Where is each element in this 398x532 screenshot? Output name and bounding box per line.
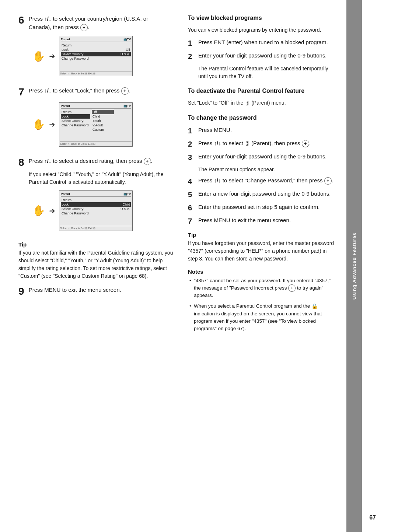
parent-icon-2: 🎛 [245,140,250,147]
step-8-subtext: If you select "Child," "Youth," or "Y.Ad… [29,171,173,186]
tip-right-title: Tip [188,232,335,238]
change-pw-step-6-text: Enter the password set in step 5 again t… [198,203,335,211]
tv-menu-return-6: Return [61,43,131,48]
hand-icon-6: ✋ [32,50,45,62]
section-view-blocked: To view blocked programs You can view bl… [188,15,335,80]
lock-icon-note: 🔒 [311,302,318,310]
tv-menu-country-7: Select Country: [61,119,90,123]
step-8-diagram: ✋ ➜ Parent 📺TV Return Lock:Child Select … [32,190,173,231]
section-deactivate-heading: To deactivate the Parental Control featu… [188,88,335,96]
tv-screen-7-footer: Select ↑↓ Back ⊕ Set ⊞ Exit ⊟ [60,141,132,146]
step-7-text: Press ↑/↓ to select "Lock," then press +… [29,87,130,95]
tv-menu-return-7: Return [61,110,90,114]
change-pw-step-2-num: 2 [188,139,198,149]
step-9-text: Press MENU to exit the menu screen. [29,286,121,294]
change-pw-step-5-num: 5 [188,190,198,199]
step-8-text: Press ↑/↓ to select a desired rating, th… [29,157,153,165]
step-6-diagram: ✋ ➜ Parent 📺TV Return Lock:Off Select Co… [32,36,173,76]
step-7-number: 7 [18,87,24,98]
tv-screen-6-tvlabel: 📺TV [123,38,131,41]
change-pw-step-6: 6 Enter the password set in step 5 again… [188,203,335,213]
tv-submenu-off: Off [92,110,114,114]
tip-left: Tip If you are not familiar with the Par… [18,241,173,280]
tv-menu-lock-6: Lock:Off [61,48,131,52]
tv-screen-6-footer: Select ↑↓ Back ⊕ Set ⊞ Exit ⊟ [60,71,132,75]
change-pw-step-1: 1 Press MENU. [188,126,335,136]
section-view-blocked-heading: To view blocked programs [188,15,335,23]
section-view-blocked-intro: You can view blocked programs by enterin… [188,26,335,34]
tv-menu-left-7: Return Lock: Select Country: Change Pass… [61,110,90,132]
step-9-number: 9 [18,286,24,297]
hand-icon-7: ✋ [32,118,45,130]
step-6-block: 6 Press ↑/↓ to select your country/regio… [18,15,173,76]
tv-screen-7-tvlabel: 📺TV [123,104,131,108]
view-blocked-step-2-text: Enter your four-digit password using the… [198,52,335,60]
change-pw-step-3-num: 3 [188,153,198,162]
step-7-block: 7 Press ↑/↓ to select "Lock," then press… [18,87,173,147]
tv-submenu-yadult: Y.Adult [92,123,114,127]
right-column: To view blocked programs You can view bl… [188,15,335,332]
view-blocked-step-1-text: Press ENT (enter) when tuned to a blocke… [198,38,335,47]
change-pw-step-4-text: Press ↑/↓ to select "Change Password," t… [198,176,335,185]
tv-screen-6-title: Parent [61,38,70,41]
tv-menu-lock-8: Lock:Child [61,202,131,207]
main-content: 6 Press ↑/↓ to select your country/regio… [0,0,346,532]
tv-submenu-child: Child [92,114,114,119]
tv-menu-country-6: Select Country:U.S.A. [61,52,131,56]
tv-screen-8-footer: Select ↑↓ Back ⊕ Set ⊞ Exit ⊟ [60,226,132,230]
change-pw-step-7-text: Press MENU to exit the menu screen. [198,216,335,225]
view-blocked-step-2: 2 Enter your four-digit password using t… [188,52,335,61]
change-pw-step-3-text: Enter your four-digit password using the… [198,153,335,161]
arrow-icon-8: ➜ [49,206,55,215]
view-blocked-step-2-subtext: The Parental Control feature will be can… [198,65,335,80]
sidebar-label: Using Advanced Features [352,232,357,300]
tv-menu-changepw-8: Change Password [61,211,131,216]
step-6-number: 6 [18,15,24,26]
step-6-text: Press ↑/↓ to select your country/region … [29,15,169,31]
tv-screen-8: Parent 📺TV Return Lock:Child Select Coun… [59,190,133,231]
tv-screen-7: Parent 📺TV Return Lock: Select Country: … [59,102,133,147]
change-pw-step-2-text: Press ↑/↓ to select 🎛 (Parent), then pre… [198,139,335,148]
step-7-diagram: ✋ ➜ Parent 📺TV Return Lock: [32,102,173,147]
tv-submenu-youth: Youth [92,119,114,123]
tv-screen-7-submenu-area: Return Lock: Select Country: Change Pass… [61,110,131,132]
tv-menu-changepw-6: Change Password [61,56,131,61]
tv-screen-7-header: Parent 📺TV [61,104,131,109]
arrow-icon-7: ➜ [49,120,55,129]
tv-screen-8-title: Parent [61,192,70,196]
change-pw-step-3-subtext: The Parent menu options appear. [198,166,335,174]
change-pw-step-5: 5 Enter a new four-digit password using … [188,190,335,199]
notes-block: Notes "4357" cannot be set as your passw… [188,269,335,333]
tv-screen-6-header: Parent 📺TV [61,38,131,42]
change-pw-step-4-num: 4 [188,176,198,186]
enter-button-6: + [80,24,88,31]
change-pw-step-7: 7 Press MENU to exit the menu screen. [188,216,335,226]
step-8-block: 8 Press ↑/↓ to select a desired rating, … [18,157,173,231]
change-pw-step-4: 4 Press ↑/↓ to select "Change Password,"… [188,176,335,186]
section-change-password-heading: To change the password [188,115,335,123]
tip-left-text: If you are not familiar with the Parenta… [18,249,173,280]
step-8-number: 8 [18,157,24,168]
change-pw-step-1-text: Press MENU. [198,126,335,134]
view-blocked-step-1-num: 1 [188,38,198,48]
enter-button-8: + [144,158,151,165]
tip-right: Tip If you have forgotten your password,… [188,232,335,263]
arrow-icon-6: ➜ [49,52,55,60]
tv-submenu-custom: Custom [92,127,114,132]
change-pw-step-1-num: 1 [188,126,198,136]
tip-left-title: Tip [18,241,173,248]
tv-screen-7-title: Parent [61,104,70,108]
tv-screen-6: Parent 📺TV Return Lock:Off Select Countr… [59,36,133,76]
enter-btn-2: + [302,140,309,147]
view-blocked-step-2-num: 2 [188,52,198,61]
note-item-2: When you select a Parental Control progr… [188,302,335,333]
tip-right-text: If you have forgotten your password, ent… [188,239,335,263]
change-pw-step-3: 3 Enter your four-digit password using t… [188,153,335,162]
tv-screen-8-header: Parent 📺TV [61,192,131,197]
tv-menu-country-8: Select Country:U.S.A. [61,207,131,211]
section-change-password: To change the password 1 Press MENU. 2 P… [188,115,335,226]
right-sidebar: Using Advanced Features [346,0,362,532]
change-pw-step-5-text: Enter a new four-digit password using th… [198,190,335,198]
change-pw-step-2: 2 Press ↑/↓ to select 🎛 (Parent), then p… [188,139,335,149]
tv-menu-return-8: Return [61,198,131,202]
